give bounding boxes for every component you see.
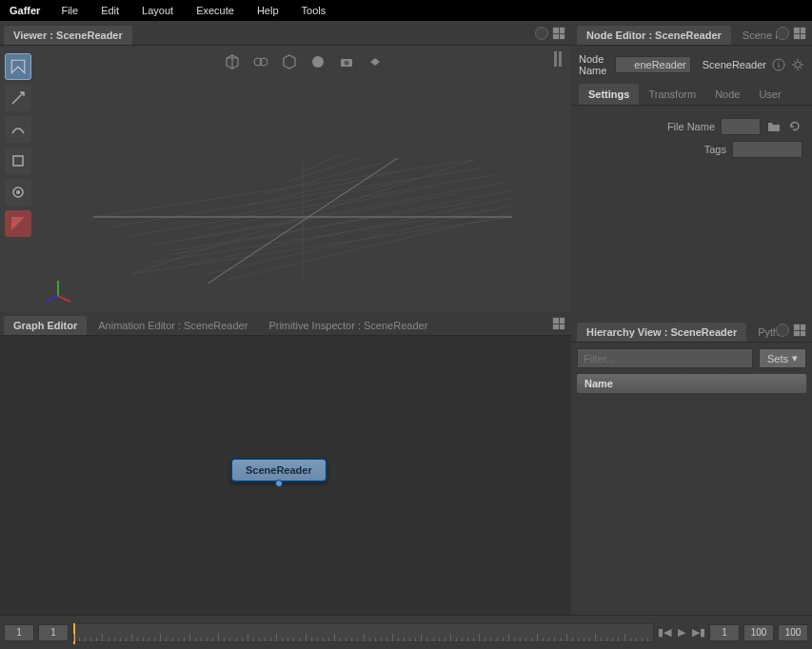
node-editor-tabbar: Node Editor : SceneReader Scene In (571, 21, 812, 46)
file-name-label: File Name (667, 121, 715, 132)
graph-editor[interactable]: SceneReader (0, 336, 571, 615)
timeline-track[interactable] (72, 623, 654, 642)
timeline-range-start[interactable] (4, 624, 34, 641)
menu-file[interactable]: File (50, 5, 89, 16)
tab-node-editor[interactable]: Node Editor : SceneReader (577, 26, 731, 45)
cube-icon[interactable] (222, 51, 243, 72)
menu-execute[interactable]: Execute (185, 5, 246, 16)
menu-layout[interactable]: Layout (130, 5, 185, 16)
box-icon[interactable] (279, 51, 300, 72)
svg-point-4 (260, 58, 267, 66)
svg-point-2 (16, 190, 20, 194)
menubar: Gaffer File Edit Layout Execute Help Too… (0, 0, 812, 21)
hv-layout-icon[interactable] (793, 324, 806, 337)
viewport[interactable] (36, 46, 571, 311)
info-icon[interactable]: i (772, 57, 785, 72)
subtab-transform[interactable]: Transform (639, 84, 705, 105)
tags-label: Tags (704, 144, 726, 155)
viewer-tool-column (0, 46, 36, 311)
hierarchy-filter[interactable] (577, 348, 753, 368)
hv-pin-icon[interactable] (776, 324, 789, 337)
svg-rect-0 (13, 156, 23, 166)
svg-point-5 (312, 56, 324, 68)
ne-layout-icon[interactable] (793, 27, 806, 40)
play-icon[interactable]: ▶ (675, 626, 688, 639)
translate-tool[interactable] (5, 85, 31, 111)
crop-tool[interactable] (5, 210, 31, 237)
viewer-tabbar: Viewer : SceneReader (0, 21, 571, 46)
rotate-tool[interactable] (5, 116, 31, 143)
svg-line-10 (46, 296, 58, 302)
hierarchy-panel: Sets ▾ Name (571, 343, 812, 615)
svg-line-9 (58, 296, 70, 302)
expand-icon[interactable] (250, 51, 271, 72)
viewport-toolbar (222, 51, 386, 72)
ne-pin-icon[interactable] (776, 27, 789, 40)
subtab-settings[interactable]: Settings (579, 84, 639, 105)
camera-tool[interactable] (5, 179, 31, 206)
gear-icon[interactable] (791, 57, 804, 72)
viewer-panel (0, 46, 571, 311)
tab-viewer[interactable]: Viewer : SceneReader (4, 26, 132, 45)
node-name-field[interactable] (615, 56, 691, 73)
tab-primitive-inspector[interactable]: Primitive Inspector : SceneReader (259, 316, 437, 335)
node-type-title: SceneReader (703, 59, 766, 70)
viewer-layout-icon[interactable] (552, 27, 565, 40)
menu-tools[interactable]: Tools (290, 5, 338, 16)
node-out-port[interactable] (275, 480, 283, 487)
graph-tabbar: Graph Editor Animation Editor : SceneRea… (0, 311, 571, 336)
graph-layout-icon[interactable] (552, 317, 565, 330)
node-scenereader[interactable]: SceneReader (230, 458, 327, 482)
reload-icon[interactable] (787, 119, 802, 134)
node-name-label: Node Name (579, 53, 609, 76)
hierarchy-tabbar: Hierarchy View : SceneReader Pytho (571, 318, 812, 343)
viewer-pin-icon[interactable] (535, 27, 548, 40)
timeline-end-frame[interactable] (743, 624, 774, 641)
node-editor-panel: Node Name SceneReader i Settings Transfo… (571, 46, 812, 318)
tab-animation-editor[interactable]: Animation Editor : SceneReader (89, 316, 257, 335)
timeline: ▮◀ ▶ ▶▮ (0, 615, 812, 649)
timeline-range-end[interactable] (778, 624, 808, 641)
axis-gizmo (44, 275, 72, 304)
menu-help[interactable]: Help (246, 5, 290, 16)
file-name-field[interactable] (721, 118, 761, 135)
app-name: Gaffer (4, 5, 50, 16)
sets-button[interactable]: Sets ▾ (759, 348, 806, 368)
node-label: SceneReader (246, 464, 312, 476)
camera-icon[interactable] (336, 51, 357, 72)
folder-icon[interactable] (766, 119, 782, 134)
svg-point-13 (795, 62, 801, 68)
tags-field[interactable] (732, 141, 802, 158)
chevron-down-icon: ▾ (792, 352, 798, 364)
sets-label: Sets (767, 353, 788, 364)
hierarchy-column-name[interactable]: Name (577, 374, 806, 393)
select-tool[interactable] (5, 53, 31, 80)
node-subtabs: Settings Transform Node User (571, 84, 812, 106)
svg-point-7 (345, 61, 349, 66)
timeline-start-frame[interactable] (38, 624, 69, 641)
svg-text:i: i (778, 60, 780, 69)
diamond-icon[interactable] (365, 51, 386, 72)
tab-graph-editor[interactable]: Graph Editor (4, 316, 87, 335)
subtab-node[interactable]: Node (705, 84, 749, 105)
ground-grid (36, 46, 569, 305)
tab-hierarchy[interactable]: Hierarchy View : SceneReader (577, 323, 746, 342)
sphere-icon[interactable] (307, 51, 328, 72)
menu-edit[interactable]: Edit (89, 5, 130, 16)
next-key-icon[interactable]: ▶▮ (692, 626, 705, 639)
subtab-user[interactable]: User (749, 84, 790, 105)
timeline-current-frame[interactable] (709, 624, 740, 641)
prev-key-icon[interactable]: ▮◀ (658, 626, 671, 639)
scale-tool[interactable] (5, 148, 31, 174)
